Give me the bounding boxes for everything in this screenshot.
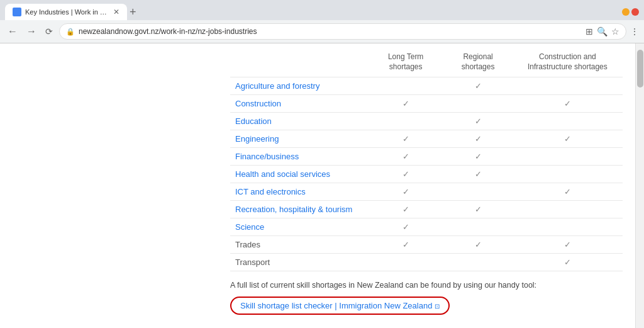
active-tab[interactable]: Key Industries | Work in New Ze... ✕ [5, 4, 127, 20]
table-row: Agriculture and forestry✓ [230, 77, 623, 95]
address-bar[interactable]: 🔒 newzealandnow.govt.nz/work-in-nz/nz-jo… [59, 23, 626, 40]
skill-link-container: Skill shortage list checker | Immigratio… [230, 297, 450, 315]
long-term-check [368, 254, 443, 271]
skill-shortage-link[interactable]: Skill shortage list checker | Immigratio… [240, 301, 440, 310]
industry-link[interactable]: Science [235, 222, 264, 232]
construction-check: ✓ [513, 236, 623, 254]
long-term-check [368, 77, 443, 95]
search-icon[interactable]: 🔍 [597, 26, 608, 37]
menu-button[interactable]: ⋮ [630, 26, 639, 37]
long-term-check: ✓ [368, 218, 443, 236]
regional-check: ✓ [443, 236, 512, 254]
table-row: Transport✓ [230, 254, 623, 271]
construction-check: ✓ [513, 254, 623, 271]
shortage-table: Long Term shortages Regional shortages C… [230, 50, 623, 271]
table-row: Engineering✓✓✓ [230, 130, 623, 148]
reload-button[interactable]: ⟳ [43, 25, 55, 38]
table-row: ICT and electronics✓✓ [230, 183, 623, 201]
table-row: Health and social services✓✓ [230, 166, 623, 183]
col-header-long-term: Long Term shortages [368, 50, 443, 77]
bookmark-icon[interactable]: ☆ [611, 26, 619, 37]
table-row: Finance/business✓✓ [230, 148, 623, 166]
regional-check [443, 218, 512, 236]
translate-icon[interactable]: ⊞ [586, 26, 593, 37]
close-window-button[interactable] [631, 8, 639, 16]
table-row: Science✓ [230, 218, 623, 236]
regional-check [443, 95, 512, 113]
lock-icon: 🔒 [66, 28, 75, 36]
table-row: Trades✓✓✓ [230, 236, 623, 254]
footer-text: A full list of current skill shortages i… [230, 279, 623, 291]
industry-link[interactable]: Recreation, hospitality & tourism [235, 205, 352, 214]
regional-check [443, 254, 512, 271]
construction-check [513, 201, 623, 218]
long-term-check: ✓ [368, 148, 443, 166]
regional-check: ✓ [443, 113, 512, 130]
regional-check [443, 183, 512, 201]
regional-check: ✓ [443, 201, 512, 218]
long-term-check: ✓ [368, 130, 443, 148]
regional-check: ✓ [443, 148, 512, 166]
long-term-check: ✓ [368, 95, 443, 113]
scrollbar-thumb[interactable] [637, 50, 643, 88]
construction-check: ✓ [513, 183, 623, 201]
long-term-check: ✓ [368, 166, 443, 183]
construction-check [513, 166, 623, 183]
table-row: Recreation, hospitality & tourism✓✓ [230, 201, 623, 218]
col-header-construction: Construction and Infrastructure shortage… [513, 50, 623, 77]
construction-check [513, 218, 623, 236]
tab-favicon [13, 8, 21, 16]
construction-check [513, 113, 623, 130]
tab-title: Key Industries | Work in New Ze... [25, 8, 107, 16]
industry-name: Transport [235, 257, 270, 267]
table-row: Education✓ [230, 113, 623, 130]
industry-link[interactable]: Agriculture and forestry [235, 81, 319, 91]
construction-check [513, 148, 623, 166]
external-link-icon: ⊡ [435, 303, 440, 310]
industry-link[interactable]: Engineering [235, 134, 279, 144]
col-header-industry [230, 50, 368, 77]
browser-window-controls [622, 8, 639, 16]
scrollbar-track[interactable] [635, 43, 644, 328]
long-term-check: ✓ [368, 236, 443, 254]
construction-check [513, 77, 623, 95]
industry-link[interactable]: Education [235, 116, 272, 126]
forward-button[interactable]: → [24, 25, 39, 38]
url-text: newzealandnow.govt.nz/work-in-nz/nz-jobs… [79, 27, 582, 36]
construction-check: ✓ [513, 95, 623, 113]
long-term-check [368, 113, 443, 130]
long-term-check: ✓ [368, 183, 443, 201]
minimize-button[interactable] [622, 8, 630, 16]
construction-check: ✓ [513, 130, 623, 148]
regional-check: ✓ [443, 130, 512, 148]
regional-check: ✓ [443, 77, 512, 95]
industry-name: Trades [235, 240, 260, 249]
regional-check: ✓ [443, 166, 512, 183]
industry-link[interactable]: ICT and electronics [235, 187, 306, 196]
back-button[interactable]: ← [5, 25, 20, 38]
long-term-check: ✓ [368, 201, 443, 218]
industry-link[interactable]: Finance/business [235, 152, 299, 161]
new-tab-button[interactable]: + [130, 6, 136, 18]
tab-close-button[interactable]: ✕ [113, 8, 119, 16]
industry-link[interactable]: Health and social services [235, 169, 330, 179]
skill-link-wrapper: Skill shortage list checker | Immigratio… [230, 297, 450, 315]
table-row: Construction✓✓ [230, 95, 623, 113]
col-header-regional: Regional shortages [443, 50, 512, 77]
industry-link[interactable]: Construction [235, 99, 281, 108]
